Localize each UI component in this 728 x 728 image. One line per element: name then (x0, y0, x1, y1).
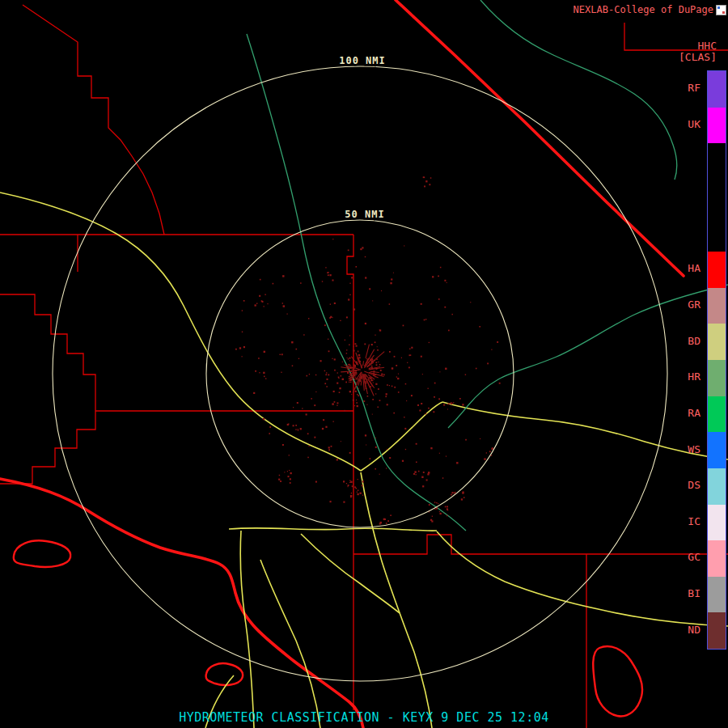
legend-swatch-WS (708, 432, 726, 468)
legend-swatch-DS (708, 468, 726, 505)
product-code: HHC (679, 40, 717, 52)
radar-echoes (235, 176, 501, 524)
legend-colorbar (707, 70, 726, 650)
legend-swatch-BD (708, 324, 726, 360)
legend-swatch-IC (708, 505, 726, 541)
legend-swatch-blank (708, 143, 726, 180)
highways (0, 193, 728, 728)
legend-swatch-ND (708, 612, 726, 649)
range-ring-label-100nmi: 100 NMI (339, 55, 386, 66)
product-caption: HYDROMETEOR CLASSIFICATION - KEYX 9 DEC … (0, 710, 728, 725)
legend-swatch-blank (708, 180, 726, 216)
legend-swatch-HR (708, 360, 726, 396)
legend-swatch-HA (708, 252, 726, 288)
broken-image-icon (716, 5, 726, 15)
product-id-block: HHC [CLAS] (679, 40, 717, 63)
header: NEXLAB-College of DuPage (574, 4, 726, 15)
legend-swatch-RF (708, 71, 726, 108)
legend-swatch-UK (708, 108, 726, 144)
radar-display: 100 NMI 50 NMI NEXLAB-College of DuPage … (0, 0, 728, 728)
interstate-highways (0, 0, 684, 728)
legend-swatch-RA (708, 396, 726, 433)
legend-swatch-GR (708, 288, 726, 324)
rivers (247, 0, 728, 531)
dry-lake-outlines (14, 540, 642, 716)
legend-swatch-GC (708, 540, 726, 577)
product-units: [CLAS] (679, 52, 717, 63)
radar-map: 100 NMI 50 NMI (0, 0, 728, 728)
legend-swatch-blank (708, 216, 726, 252)
page-title: NEXLAB-College of DuPage (574, 4, 713, 15)
range-ring-label-50nmi: 50 NMI (345, 209, 384, 220)
legend-swatch-BI (708, 577, 726, 613)
